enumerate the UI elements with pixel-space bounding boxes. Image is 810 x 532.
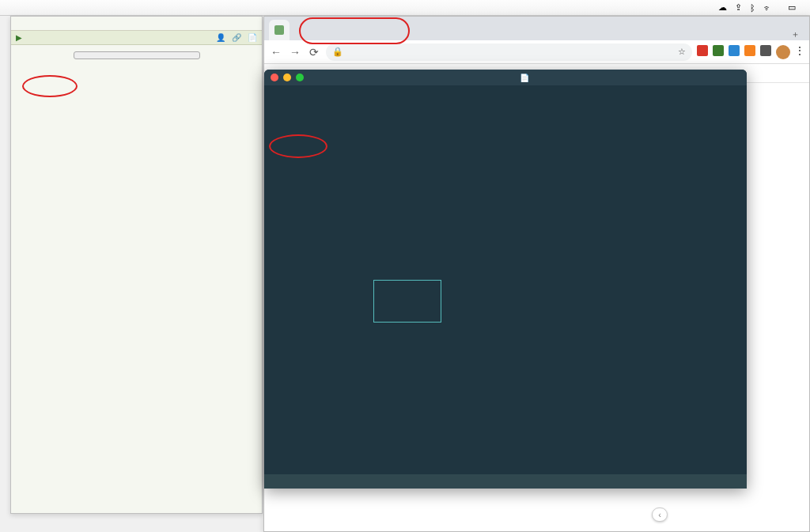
emacs-buffer[interactable] <box>264 85 747 474</box>
forward-icon[interactable]: → <box>288 46 302 58</box>
emacs-title: 📄 <box>308 74 740 82</box>
star-icon[interactable]: ☆ <box>678 47 686 57</box>
bluetooth-icon: ᛒ <box>750 3 755 13</box>
address-bar[interactable]: 🔒 ☆ <box>326 43 692 61</box>
close-dot-icon[interactable] <box>271 74 278 81</box>
back-icon[interactable]: ← <box>269 46 283 58</box>
ext-icon-3[interactable] <box>729 45 740 56</box>
mac-menubar: ☁︎ ⇪ ᛒ ᯤ ▭ <box>0 0 810 16</box>
ext-icon-4[interactable] <box>744 45 755 56</box>
new-tab-button[interactable]: ＋ <box>786 28 804 40</box>
ext-icon-1[interactable] <box>697 45 708 56</box>
lock-icon: 🔒 <box>332 47 343 57</box>
reload-icon[interactable]: ⟳ <box>307 46 321 58</box>
ext-icon-2[interactable] <box>713 45 724 56</box>
cloud-icon: ☁︎ <box>718 2 727 13</box>
stat-a: 👤 <box>216 33 225 42</box>
emacs-modeline <box>264 474 747 489</box>
upload-icon: ⇪ <box>735 2 742 13</box>
stat-b: 🔗 <box>232 33 241 42</box>
wifi-icon: ᯤ <box>763 3 772 13</box>
max-dot-icon[interactable] <box>296 74 304 81</box>
avatar-icon[interactable] <box>776 45 790 59</box>
min-dot-icon[interactable] <box>283 74 291 81</box>
emacs-titlebar: 📄 <box>264 70 747 85</box>
battery-icon: ▭ <box>788 2 796 13</box>
pinned-tab[interactable] <box>269 20 290 40</box>
chrome-tabstrip: ＋ <box>264 17 809 40</box>
panel-title <box>11 17 262 31</box>
stat-c: 📄 <box>248 33 257 42</box>
menu-icon[interactable]: ⋮ <box>795 45 804 59</box>
braintool-side-panel: ▶ 👤 🔗 📄 <box>10 16 263 514</box>
refresh-button[interactable] <box>74 51 200 59</box>
panel-toolbar: ▶ 👤 🔗 📄 <box>11 31 262 45</box>
play-icon[interactable]: ▶ <box>16 33 22 42</box>
scroll-indicator[interactable]: ‹ <box>652 507 668 522</box>
emacs-window: 📄 <box>264 70 747 489</box>
ext-icon-5[interactable] <box>760 45 771 56</box>
chrome-toolbar: ← → ⟳ 🔒 ☆ ⋮ <box>264 40 809 64</box>
